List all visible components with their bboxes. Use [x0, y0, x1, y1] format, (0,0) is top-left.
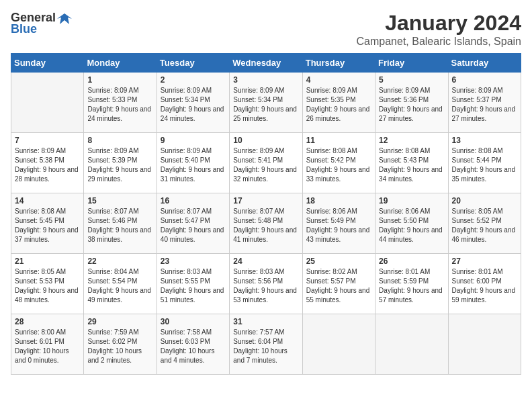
calendar-table: SundayMondayTuesdayWednesdayThursdayFrid… [11, 53, 521, 375]
calendar-cell: 31Sunrise: 7:57 AMSunset: 6:04 PMDayligh… [230, 314, 302, 375]
week-row-4: 21Sunrise: 8:05 AMSunset: 5:53 PMDayligh… [11, 254, 521, 314]
calendar-cell: 23Sunrise: 8:03 AMSunset: 5:55 PMDayligh… [157, 254, 229, 314]
week-row-5: 28Sunrise: 8:00 AMSunset: 6:01 PMDayligh… [11, 314, 521, 375]
calendar-cell: 22Sunrise: 8:04 AMSunset: 5:54 PMDayligh… [84, 254, 157, 314]
day-number: 3 [233, 75, 298, 85]
day-number: 11 [306, 136, 371, 145]
logo-blue: Blue [11, 22, 37, 36]
day-number: 14 [15, 196, 80, 205]
day-number: 29 [87, 317, 152, 326]
day-number: 6 [452, 75, 517, 85]
weekday-header-thursday: Thursday [302, 54, 375, 73]
day-number: 10 [233, 136, 298, 145]
weekday-header-row: SundayMondayTuesdayWednesdayThursdayFrid… [11, 54, 521, 73]
weekday-header-monday: Monday [84, 54, 157, 73]
weekday-header-sunday: Sunday [11, 54, 84, 73]
day-number: 16 [161, 196, 226, 205]
day-number: 28 [15, 317, 80, 326]
cell-content: Sunrise: 8:05 AMSunset: 5:52 PMDaylight:… [452, 207, 517, 244]
cell-content: Sunrise: 8:08 AMSunset: 5:44 PMDaylight:… [452, 146, 517, 184]
cell-content: Sunrise: 8:09 AMSunset: 5:34 PMDaylight:… [233, 86, 298, 124]
day-number: 12 [379, 136, 444, 145]
calendar-cell: 10Sunrise: 8:09 AMSunset: 5:41 PMDayligh… [230, 133, 302, 193]
calendar-cell: 21Sunrise: 8:05 AMSunset: 5:53 PMDayligh… [11, 254, 84, 314]
cell-content: Sunrise: 8:07 AMSunset: 5:47 PMDaylight:… [161, 207, 226, 244]
day-number: 5 [379, 75, 444, 85]
weekday-header-friday: Friday [375, 54, 448, 73]
calendar-cell: 29Sunrise: 7:59 AMSunset: 6:02 PMDayligh… [84, 314, 157, 375]
calendar-cell: 7Sunrise: 8:09 AMSunset: 5:38 PMDaylight… [11, 133, 84, 193]
calendar-cell [11, 73, 84, 133]
cell-content: Sunrise: 8:01 AMSunset: 6:00 PMDaylight:… [452, 267, 517, 305]
calendar-cell [375, 314, 448, 375]
calendar-cell: 26Sunrise: 8:01 AMSunset: 5:59 PMDayligh… [375, 254, 448, 314]
logo: General Blue [11, 11, 72, 36]
day-number: 21 [15, 257, 80, 266]
cell-content: Sunrise: 7:58 AMSunset: 6:03 PMDaylight:… [161, 328, 226, 365]
cell-content: Sunrise: 8:09 AMSunset: 5:34 PMDaylight:… [161, 86, 226, 124]
weekday-header-tuesday: Tuesday [157, 54, 229, 73]
cell-content: Sunrise: 8:09 AMSunset: 5:41 PMDaylight:… [233, 146, 298, 184]
day-number: 15 [87, 196, 152, 205]
page-header: General Blue January 2024 Campanet, Bale… [11, 11, 521, 48]
cell-content: Sunrise: 8:00 AMSunset: 6:01 PMDaylight:… [15, 328, 80, 365]
cell-content: Sunrise: 7:57 AMSunset: 6:04 PMDaylight:… [233, 328, 298, 365]
calendar-cell: 13Sunrise: 8:08 AMSunset: 5:44 PMDayligh… [448, 133, 521, 193]
calendar-cell: 15Sunrise: 8:07 AMSunset: 5:46 PMDayligh… [84, 193, 157, 254]
week-row-2: 7Sunrise: 8:09 AMSunset: 5:38 PMDaylight… [11, 133, 521, 193]
cell-content: Sunrise: 8:05 AMSunset: 5:53 PMDaylight:… [15, 267, 80, 305]
cell-content: Sunrise: 8:09 AMSunset: 5:38 PMDaylight:… [15, 146, 80, 184]
cell-content: Sunrise: 8:09 AMSunset: 5:33 PMDaylight:… [87, 86, 152, 124]
day-number: 7 [15, 136, 80, 145]
cell-content: Sunrise: 8:01 AMSunset: 5:59 PMDaylight:… [379, 267, 444, 305]
cell-content: Sunrise: 8:06 AMSunset: 5:50 PMDaylight:… [379, 207, 444, 244]
calendar-cell [448, 314, 521, 375]
cell-content: Sunrise: 8:02 AMSunset: 5:57 PMDaylight:… [306, 267, 371, 305]
cell-content: Sunrise: 8:08 AMSunset: 5:42 PMDaylight:… [306, 146, 371, 184]
calendar-cell: 14Sunrise: 8:08 AMSunset: 5:45 PMDayligh… [11, 193, 84, 254]
cell-content: Sunrise: 8:09 AMSunset: 5:35 PMDaylight:… [306, 86, 371, 124]
cell-content: Sunrise: 8:09 AMSunset: 5:39 PMDaylight:… [87, 146, 152, 184]
month-title: January 2024 [357, 11, 521, 36]
day-number: 8 [87, 136, 152, 145]
calendar-cell: 3Sunrise: 8:09 AMSunset: 5:34 PMDaylight… [230, 73, 302, 133]
calendar-cell: 30Sunrise: 7:58 AMSunset: 6:03 PMDayligh… [157, 314, 229, 375]
day-number: 4 [306, 75, 371, 85]
cell-content: Sunrise: 8:06 AMSunset: 5:49 PMDaylight:… [306, 207, 371, 244]
day-number: 23 [161, 257, 226, 266]
day-number: 2 [161, 75, 226, 85]
calendar-cell: 2Sunrise: 8:09 AMSunset: 5:34 PMDaylight… [157, 73, 229, 133]
cell-content: Sunrise: 8:03 AMSunset: 5:55 PMDaylight:… [161, 267, 226, 305]
cell-content: Sunrise: 8:09 AMSunset: 5:40 PMDaylight:… [161, 146, 226, 184]
day-number: 27 [452, 257, 517, 266]
cell-content: Sunrise: 7:59 AMSunset: 6:02 PMDaylight:… [87, 328, 152, 365]
day-number: 18 [306, 196, 371, 205]
calendar-cell: 27Sunrise: 8:01 AMSunset: 6:00 PMDayligh… [448, 254, 521, 314]
cell-content: Sunrise: 8:04 AMSunset: 5:54 PMDaylight:… [87, 267, 152, 305]
calendar-cell: 19Sunrise: 8:06 AMSunset: 5:50 PMDayligh… [375, 193, 448, 254]
weekday-header-saturday: Saturday [448, 54, 521, 73]
cell-content: Sunrise: 8:08 AMSunset: 5:45 PMDaylight:… [15, 207, 80, 244]
calendar-cell: 11Sunrise: 8:08 AMSunset: 5:42 PMDayligh… [302, 133, 375, 193]
logo-bird-icon [57, 12, 72, 24]
day-number: 24 [233, 257, 298, 266]
calendar-cell [302, 314, 375, 375]
day-number: 22 [87, 257, 152, 266]
weekday-header-wednesday: Wednesday [230, 54, 302, 73]
calendar-cell: 17Sunrise: 8:07 AMSunset: 5:48 PMDayligh… [230, 193, 302, 254]
calendar-cell: 16Sunrise: 8:07 AMSunset: 5:47 PMDayligh… [157, 193, 229, 254]
svg-marker-0 [57, 13, 72, 24]
title-area: January 2024 Campanet, Balearic Islands,… [357, 11, 521, 48]
calendar-cell: 5Sunrise: 8:09 AMSunset: 5:36 PMDaylight… [375, 73, 448, 133]
calendar-cell: 25Sunrise: 8:02 AMSunset: 5:57 PMDayligh… [302, 254, 375, 314]
calendar-cell: 8Sunrise: 8:09 AMSunset: 5:39 PMDaylight… [84, 133, 157, 193]
week-row-1: 1Sunrise: 8:09 AMSunset: 5:33 PMDaylight… [11, 73, 521, 133]
calendar-cell: 1Sunrise: 8:09 AMSunset: 5:33 PMDaylight… [84, 73, 157, 133]
cell-content: Sunrise: 8:03 AMSunset: 5:56 PMDaylight:… [233, 267, 298, 305]
day-number: 31 [233, 317, 298, 326]
cell-content: Sunrise: 8:08 AMSunset: 5:43 PMDaylight:… [379, 146, 444, 184]
week-row-3: 14Sunrise: 8:08 AMSunset: 5:45 PMDayligh… [11, 193, 521, 254]
cell-content: Sunrise: 8:09 AMSunset: 5:37 PMDaylight:… [452, 86, 517, 124]
calendar-cell: 20Sunrise: 8:05 AMSunset: 5:52 PMDayligh… [448, 193, 521, 254]
calendar-cell: 4Sunrise: 8:09 AMSunset: 5:35 PMDaylight… [302, 73, 375, 133]
